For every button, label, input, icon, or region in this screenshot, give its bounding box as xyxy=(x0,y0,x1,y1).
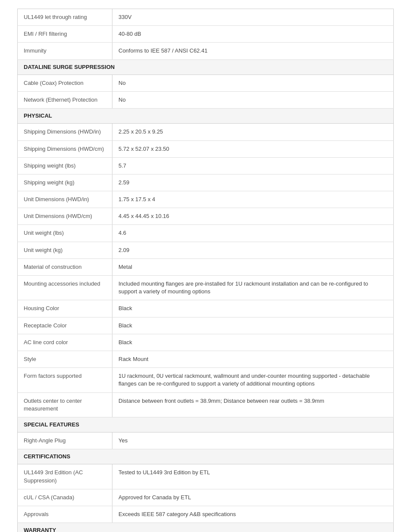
row-value: Tested to UL1449 3rd Edition by ETL xyxy=(112,464,394,489)
row-label: Mounting accessories included xyxy=(18,276,112,300)
row-label: Immunity xyxy=(18,43,112,59)
row-value: 1.75 x 17.5 x 4 xyxy=(112,191,394,208)
table-row: Cable (Coax) ProtectionNo xyxy=(18,75,394,91)
table-row: ImmunityConforms to IEE 587 / ANSI C62.4… xyxy=(18,43,394,59)
row-label: Style xyxy=(18,351,112,367)
row-label: AC line cord color xyxy=(18,334,112,351)
row-value: Approved for Canada by ETL xyxy=(112,489,394,506)
table-row: Shipping Dimensions (HWD/cm)5.72 x 52.07… xyxy=(18,140,394,157)
row-label: Unit weight (kg) xyxy=(18,242,112,258)
table-row: UL1449 let through rating330V xyxy=(18,9,394,26)
row-label: cUL / CSA (Canada) xyxy=(18,489,112,506)
row-label: UL1449 let through rating xyxy=(18,9,112,26)
row-label: Housing Color xyxy=(18,300,112,317)
row-label: Network (Ethernet) Protection xyxy=(18,91,112,108)
row-label: Unit Dimensions (HWD/cm) xyxy=(18,208,112,225)
row-value: 5.7 xyxy=(112,157,394,174)
section-header-row: SPECIAL FEATURES xyxy=(18,417,394,432)
row-value: 2.25 x 20.5 x 9.25 xyxy=(112,124,394,140)
row-value: Included mounting flanges are pre-instal… xyxy=(112,276,394,300)
row-label: Right-Angle Plug xyxy=(18,432,112,449)
section-header-row: PHYSICAL xyxy=(18,109,394,124)
row-value: Black xyxy=(112,334,394,351)
table-row: Receptacle ColorBlack xyxy=(18,317,394,334)
table-row: ApprovalsExceeds IEEE 587 category A&B s… xyxy=(18,506,394,523)
table-row: Unit weight (lbs)4.6 xyxy=(18,225,394,242)
row-label: Shipping weight (kg) xyxy=(18,174,112,191)
row-value: Exceeds IEEE 587 category A&B specificat… xyxy=(112,506,394,523)
table-row: Right-Angle PlugYes xyxy=(18,432,394,449)
row-label: EMI / RFI filtering xyxy=(18,26,112,43)
row-label: Approvals xyxy=(18,506,112,523)
section-header-label: SPECIAL FEATURES xyxy=(18,417,394,432)
section-header-row: DATALINE SURGE SUPPRESSION xyxy=(18,59,394,75)
row-value: 2.09 xyxy=(112,242,394,258)
row-label: Unit weight (lbs) xyxy=(18,225,112,242)
section-header-label: CERTIFICATIONS xyxy=(18,449,394,464)
row-label: Shipping Dimensions (HWD/cm) xyxy=(18,140,112,157)
table-row: AC line cord colorBlack xyxy=(18,334,394,351)
row-value: 1U rackmount, 0U vertical rackmount, wal… xyxy=(112,368,394,392)
table-row: StyleRack Mount xyxy=(18,351,394,367)
table-row: Shipping weight (lbs)5.7 xyxy=(18,157,394,174)
row-value: 330V xyxy=(112,9,394,26)
table-row: Mounting accessories includedIncluded mo… xyxy=(18,276,394,300)
row-value: Distance between front outlets = 38.9mm;… xyxy=(112,392,394,417)
row-value: No xyxy=(112,75,394,91)
row-value: Rack Mount xyxy=(112,351,394,367)
row-label: Shipping weight (lbs) xyxy=(18,157,112,174)
table-row: Unit Dimensions (HWD/in)1.75 x 17.5 x 4 xyxy=(18,191,394,208)
row-value: Conforms to IEE 587 / ANSI C62.41 xyxy=(112,43,394,59)
table-row: UL1449 3rd Edition (AC Suppression)Teste… xyxy=(18,464,394,489)
table-row: Unit Dimensions (HWD/cm)4.45 x 44.45 x 1… xyxy=(18,208,394,225)
row-label: Unit Dimensions (HWD/in) xyxy=(18,191,112,208)
table-row: Unit weight (kg)2.09 xyxy=(18,242,394,258)
row-label: Form factors supported xyxy=(18,368,112,392)
table-row: Outlets center to center measurementDist… xyxy=(18,392,394,417)
row-value: 2.59 xyxy=(112,174,394,191)
section-header-label: DATALINE SURGE SUPPRESSION xyxy=(18,59,394,75)
row-value: 4.6 xyxy=(112,225,394,242)
row-label: Outlets center to center measurement xyxy=(18,392,112,417)
table-row: Housing ColorBlack xyxy=(18,300,394,317)
table-row: Material of constructionMetal xyxy=(18,258,394,275)
row-value: 4.45 x 44.45 x 10.16 xyxy=(112,208,394,225)
row-label: Material of construction xyxy=(18,258,112,275)
row-label: Receptacle Color xyxy=(18,317,112,334)
row-value: 40-80 dB xyxy=(112,26,394,43)
table-row: Shipping Dimensions (HWD/in)2.25 x 20.5 … xyxy=(18,124,394,140)
row-label: Shipping Dimensions (HWD/in) xyxy=(18,124,112,140)
row-value: No xyxy=(112,91,394,108)
row-value: Metal xyxy=(112,258,394,275)
section-header-label: WARRANTY xyxy=(18,523,394,532)
table-row: EMI / RFI filtering40-80 dB xyxy=(18,26,394,43)
section-header-row: WARRANTY xyxy=(18,523,394,532)
table-row: Shipping weight (kg)2.59 xyxy=(18,174,394,191)
spec-table: UL1449 let through rating330VEMI / RFI f… xyxy=(17,9,394,532)
section-header-label: PHYSICAL xyxy=(18,109,394,124)
table-row: cUL / CSA (Canada)Approved for Canada by… xyxy=(18,489,394,506)
row-value: Black xyxy=(112,300,394,317)
row-value: Black xyxy=(112,317,394,334)
table-row: Form factors supported1U rackmount, 0U v… xyxy=(18,368,394,392)
section-header-row: CERTIFICATIONS xyxy=(18,449,394,464)
row-value: Yes xyxy=(112,432,394,449)
row-label: UL1449 3rd Edition (AC Suppression) xyxy=(18,464,112,489)
row-value: 5.72 x 52.07 x 23.50 xyxy=(112,140,394,157)
row-label: Cable (Coax) Protection xyxy=(18,75,112,91)
table-row: Network (Ethernet) ProtectionNo xyxy=(18,91,394,108)
